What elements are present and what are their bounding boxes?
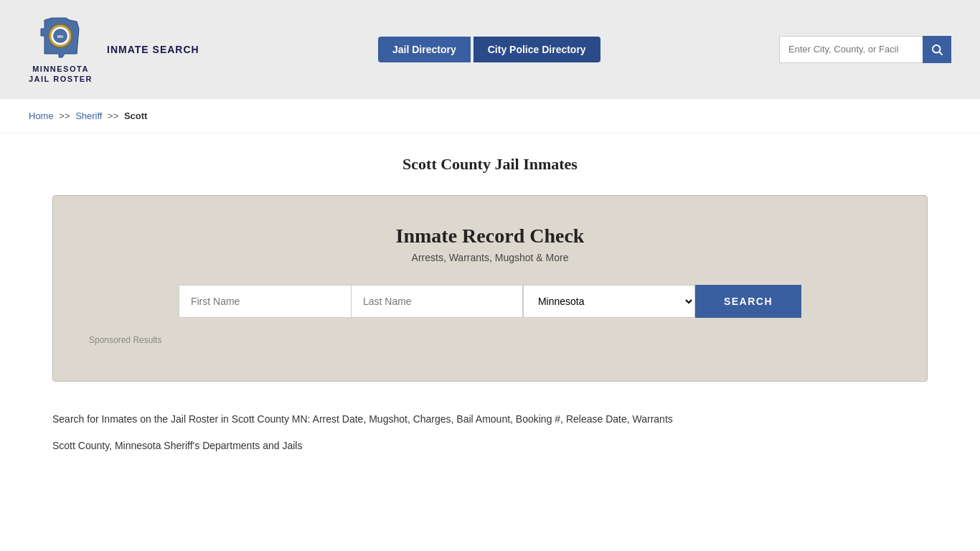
description-line-2: Scott County, Minnesota Sheriff's Depart…	[52, 437, 928, 455]
first-name-input[interactable]	[179, 285, 351, 318]
site-header: MN MINNESOTA JAIL ROSTER INMATE SEARCH J…	[0, 0, 980, 99]
record-check-form: AlabamaAlaskaArizonaArkansasCaliforniaCo…	[89, 285, 891, 318]
header-search-button[interactable]	[923, 36, 951, 63]
jail-directory-button[interactable]: Jail Directory	[378, 37, 471, 62]
logo-text: MINNESOTA JAIL ROSTER	[29, 64, 93, 85]
header-nav: Jail Directory City Police Directory	[378, 37, 600, 62]
header-search-container	[779, 36, 951, 63]
last-name-input[interactable]	[351, 285, 523, 318]
description-line-1: Search for Inmates on the Jail Roster in…	[52, 410, 928, 428]
record-check-subtitle: Arrests, Warrants, Mugshot & More	[89, 252, 891, 263]
breadcrumb-current: Scott	[124, 110, 148, 121]
logo-image: MN	[37, 14, 84, 61]
svg-line-5	[939, 52, 942, 55]
page-title: Scott County Jail Inmates	[52, 155, 928, 174]
sponsored-results-label: Sponsored Results	[89, 335, 891, 345]
breadcrumb-separator-2: >>	[108, 110, 118, 121]
city-police-directory-button[interactable]: City Police Directory	[473, 37, 600, 62]
inmate-search-link[interactable]: INMATE SEARCH	[107, 44, 199, 55]
breadcrumb-home[interactable]: Home	[29, 110, 54, 121]
record-check-box: Inmate Record Check Arrests, Warrants, M…	[52, 195, 928, 382]
breadcrumb: Home >> Sheriff >> Scott	[0, 99, 980, 133]
header-search-input[interactable]	[779, 36, 923, 63]
state-select[interactable]: AlabamaAlaskaArizonaArkansasCaliforniaCo…	[523, 285, 695, 318]
search-icon	[930, 43, 943, 56]
record-check-title: Inmate Record Check	[89, 225, 891, 248]
svg-point-4	[933, 45, 941, 53]
main-content: Scott County Jail Inmates Inmate Record …	[24, 133, 956, 499]
description-section: Search for Inmates on the Jail Roster in…	[52, 403, 928, 471]
logo-container: MN MINNESOTA JAIL ROSTER	[29, 14, 93, 85]
breadcrumb-sheriff[interactable]: Sheriff	[75, 110, 102, 121]
record-search-button[interactable]: SEARCH	[695, 285, 801, 318]
state-logo-svg: MN	[37, 14, 84, 61]
header-left: MN MINNESOTA JAIL ROSTER INMATE SEARCH	[29, 14, 199, 85]
breadcrumb-separator-1: >>	[59, 110, 70, 121]
svg-text:MN: MN	[57, 34, 63, 39]
